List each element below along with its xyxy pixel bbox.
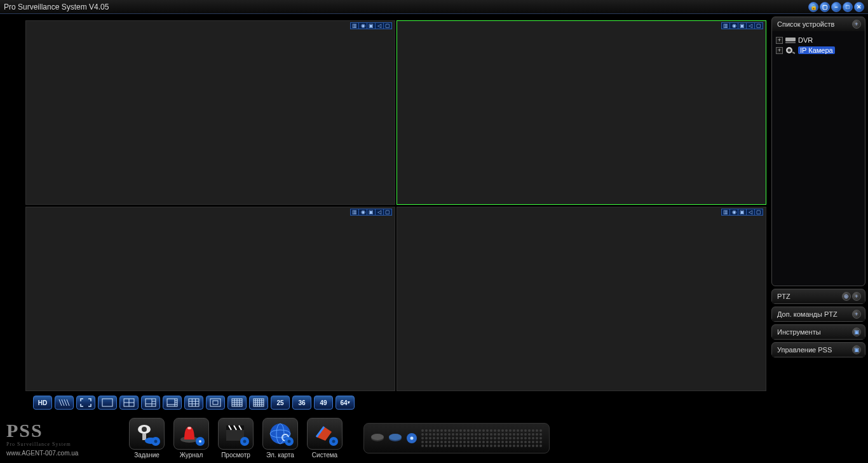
journal-label: Журнал — [180, 452, 203, 459]
ptz-ext-title: Доп. команды PTZ — [777, 310, 837, 318]
close-button[interactable]: ✕ — [854, 2, 864, 12]
svg-point-67 — [371, 434, 384, 440]
layout-6-button[interactable] — [141, 396, 160, 410]
camera-pane-4[interactable]: ▥ ◉ ▣ ◁ ▢ — [397, 207, 766, 391]
expand-icon[interactable]: + — [776, 47, 783, 54]
pane-split-icon[interactable]: ▥ — [350, 209, 359, 216]
layout-toolbar: HD 25 36 49 64▾ — [33, 396, 355, 410]
pane-split-icon[interactable]: ▥ — [721, 209, 730, 216]
window-controls: 🔒 ▢ − □ ✕ — [808, 2, 864, 12]
pane-audio-icon[interactable]: ◁ — [375, 209, 384, 216]
device-list-panel: Список устройств + + DVR + IP Камера — [771, 17, 865, 286]
pane-snapshot-icon[interactable]: ◉ — [358, 209, 367, 216]
emap-button[interactable]: Эл. карта — [261, 418, 300, 459]
lock-button[interactable]: 🔒 — [808, 2, 818, 12]
svg-point-41 — [142, 427, 147, 432]
sidebar: Список устройств + + DVR + IP Камера PTZ — [771, 14, 868, 413]
layout-1-button[interactable] — [98, 396, 117, 410]
svg-point-49 — [199, 440, 201, 443]
plus-icon[interactable]: + — [852, 310, 861, 319]
maximize-button[interactable]: □ — [843, 2, 853, 12]
system-button[interactable]: Система — [305, 418, 344, 459]
pane-snapshot-icon[interactable]: ◉ — [358, 22, 367, 29]
device-list-header[interactable]: Список устройств + — [772, 17, 865, 31]
ptz-title: PTZ — [777, 293, 790, 300]
pane-audio-icon[interactable]: ◁ — [746, 22, 755, 29]
task-button[interactable]: Задание — [127, 418, 166, 459]
channel-indicator-matrix — [421, 429, 543, 448]
layout-13-button[interactable] — [206, 396, 225, 410]
disc-icon — [406, 432, 417, 444]
ptz-header[interactable]: PTZ ⊕+ — [772, 289, 865, 303]
pane-snapshot-icon[interactable]: ◉ — [729, 22, 738, 29]
pane-close-icon[interactable]: ▢ — [754, 22, 763, 29]
svg-rect-19 — [210, 399, 220, 406]
pane-audio-icon[interactable]: ◁ — [746, 209, 755, 216]
tree-item-ipcam[interactable]: + IP Камера — [776, 45, 861, 55]
layout-16-button[interactable] — [227, 396, 247, 410]
pane-split-icon[interactable]: ▥ — [721, 22, 730, 29]
effect-button[interactable] — [55, 396, 74, 410]
ptz-panel: PTZ ⊕+ — [771, 289, 865, 304]
layout-20-button[interactable] — [249, 396, 268, 410]
fullscreen-button[interactable] — [76, 396, 95, 410]
minimize-button[interactable]: − — [831, 2, 841, 12]
window-icon[interactable]: ▣ — [852, 328, 861, 336]
camera-pane-2[interactable]: ▥ ◉ ▣ ◁ ▢ — [397, 20, 766, 205]
pane-close-icon[interactable]: ▢ — [754, 209, 763, 216]
camera-pane-1[interactable]: ▥ ◉ ▣ ◁ ▢ — [25, 20, 395, 205]
layout-25-button[interactable]: 25 — [271, 396, 290, 410]
ptz-ext-header[interactable]: Доп. команды PTZ + — [772, 307, 865, 321]
journal-button[interactable]: Журнал — [172, 418, 211, 459]
tree-item-dvr[interactable]: + DVR — [776, 35, 861, 45]
playback-label: Просмотр — [221, 452, 250, 459]
pane-snapshot-icon[interactable]: ◉ — [729, 209, 738, 216]
hd-button[interactable]: HD — [33, 396, 52, 410]
pane-audio-icon[interactable]: ◁ — [375, 22, 384, 29]
layout-8-button[interactable] — [163, 396, 182, 410]
collapse-icon[interactable]: + — [852, 20, 861, 29]
pane-record-icon[interactable]: ▣ — [738, 22, 747, 29]
gear-icon — [283, 436, 295, 447]
hdd-icon — [388, 434, 402, 443]
plus-icon[interactable]: ⊕ — [842, 292, 851, 301]
layout-64-button[interactable]: 64▾ — [336, 396, 355, 410]
pane-split-icon[interactable]: ▥ — [350, 22, 359, 29]
plus-icon[interactable]: + — [852, 292, 861, 301]
svg-point-63 — [288, 440, 291, 443]
config-button[interactable]: ▢ — [820, 2, 830, 12]
manage-header[interactable]: Управление PSS ▣ — [772, 343, 865, 357]
tools-header[interactable]: Инструменты ▣ — [772, 325, 865, 339]
device-list-title: Список устройств — [777, 20, 834, 28]
svg-point-71 — [410, 437, 414, 440]
pane-record-icon[interactable]: ▣ — [367, 22, 376, 29]
manage-title: Управление PSS — [777, 346, 832, 354]
title-bar: Pro Surveillance System V4.05 🔒 ▢ − □ ✕ — [0, 0, 868, 14]
pane-record-icon[interactable]: ▣ — [738, 209, 747, 216]
camera-pane-3[interactable]: ▥ ◉ ▣ ◁ ▢ — [25, 207, 395, 391]
pane-4-toolbar: ▥ ◉ ▣ ◁ ▢ — [722, 209, 763, 216]
camera-icon — [785, 46, 796, 54]
tree-item-label: IP Камера — [798, 46, 835, 54]
dvr-icon — [785, 36, 796, 44]
window-icon[interactable]: ▣ — [852, 345, 861, 354]
svg-point-47 — [187, 427, 191, 429]
disc-icon — [194, 436, 206, 447]
expand-icon[interactable]: + — [776, 37, 783, 44]
task-label: Задание — [134, 452, 159, 459]
status-panel — [363, 423, 550, 453]
layout-4-button[interactable] — [119, 396, 139, 410]
layout-36-button[interactable]: 36 — [292, 396, 311, 410]
main-toolbar: Задание Журнал Просмотр Эл. карта — [127, 418, 344, 459]
svg-rect-5 — [146, 399, 156, 406]
layout-49-button[interactable]: 49 — [314, 396, 333, 410]
svg-point-45 — [154, 440, 158, 443]
pane-close-icon[interactable]: ▢ — [383, 22, 392, 29]
footer: PSS Pro Surveillance System www.AGENT-00… — [0, 413, 868, 463]
playback-button[interactable]: Просмотр — [216, 418, 255, 459]
pane-record-icon[interactable]: ▣ — [367, 209, 376, 216]
system-label: Система — [312, 452, 337, 459]
layout-9-button[interactable] — [184, 396, 203, 410]
svg-point-69 — [389, 434, 402, 440]
pane-close-icon[interactable]: ▢ — [383, 209, 392, 216]
